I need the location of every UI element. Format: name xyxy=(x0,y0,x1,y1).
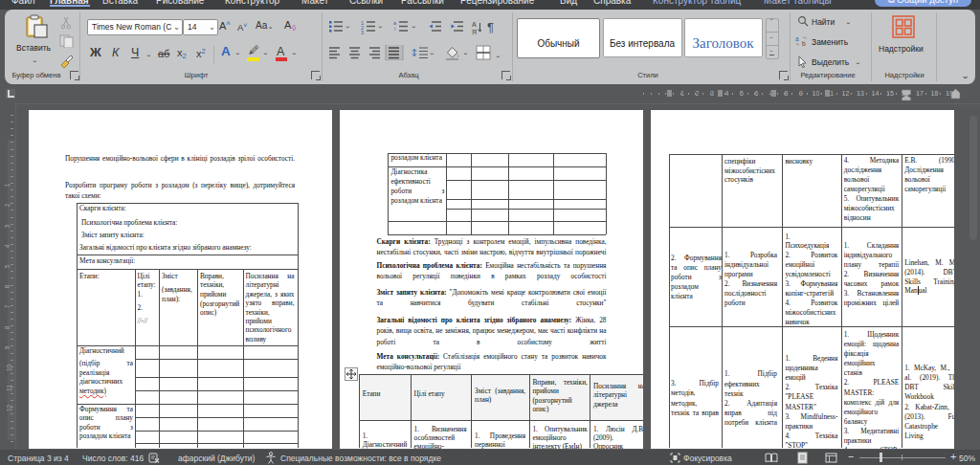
svg-text:a: a xyxy=(795,35,799,42)
svg-text:і: і xyxy=(394,26,395,32)
svg-text:А: А xyxy=(472,21,477,28)
svg-text:b: b xyxy=(802,40,806,47)
svg-text:Я: Я xyxy=(472,29,477,34)
svg-text:3: 3 xyxy=(361,30,364,35)
